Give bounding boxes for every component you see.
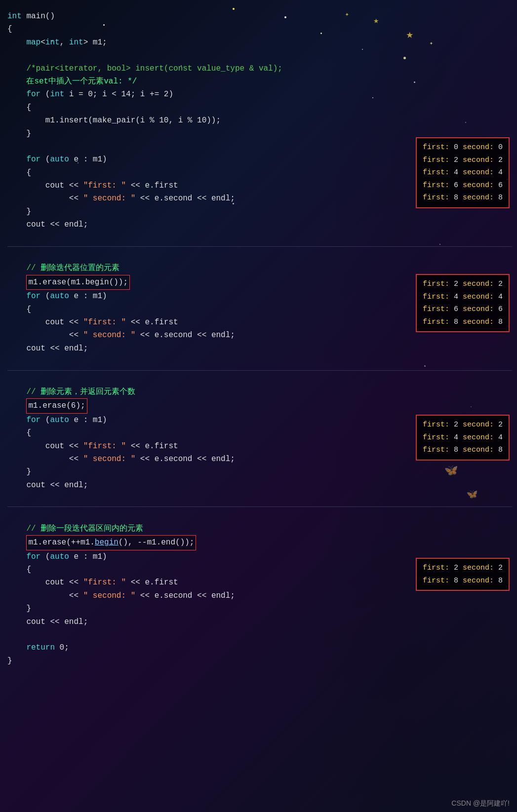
code-line-comment1: /*pair<iterator, bool> insert(const valu…: [7, 62, 512, 75]
output4-line1: first: 2 second: 2: [423, 562, 503, 575]
divider2: [7, 370, 512, 371]
code-line-empty6: [7, 628, 512, 641]
code-line-brace1: {: [7, 23, 512, 36]
output-box-4: first: 2 second: 2 first: 8 second: 8: [416, 558, 510, 591]
code-line-cout-endl4: cout << endl;: [7, 616, 512, 628]
code-line-empty4b: [7, 373, 512, 386]
output1-line2: first: 2 second: 2: [423, 154, 503, 167]
butterfly-1: 🦋: [444, 464, 458, 477]
output2-line4: first: 8 second: 8: [423, 316, 503, 329]
code-line-cout-endl1: cout << endl;: [7, 218, 512, 231]
code-line-for1: for (int i = 0; i < 14; i += 2): [7, 88, 512, 101]
code-line-for-brace1: {: [7, 101, 512, 114]
divider1: [7, 246, 512, 247]
output1-line5: first: 8 second: 8: [423, 192, 503, 204]
output1-line4: first: 6 second: 6: [423, 179, 503, 192]
code-line-cout4b: << " second: " << e.second << endl;: [7, 589, 512, 602]
watermark: CSDN @是阿建吖!: [451, 799, 510, 808]
output3-line1: first: 2 second: 2: [423, 419, 503, 431]
butterfly-2: 🦋: [467, 489, 477, 500]
output2-line2: first: 4 second: 4: [423, 291, 503, 304]
code-line-erase3: m1.erase(++m1.begin(), --m1.end());: [7, 535, 512, 550]
code-line-for-auto2-brace2: cout << endl;: [7, 342, 512, 355]
code-line-for-auto4-brace2: }: [7, 602, 512, 615]
code-line-erase2: m1.erase(6);: [7, 398, 512, 413]
code-line-cout-endl3: cout << endl;: [7, 479, 512, 492]
output4-line2: first: 8 second: 8: [423, 575, 503, 587]
divider3: [7, 506, 512, 507]
code-line-insert: m1.insert(make_pair(i % 10, i % 10));: [7, 114, 512, 127]
output3-line3: first: 8 second: 8: [423, 444, 503, 457]
output2-line1: first: 2 second: 2: [423, 278, 503, 291]
code-line-main: int main(): [7, 10, 512, 23]
code-line-comment-erase2: // 删除元素，并返回元素个数: [7, 386, 512, 398]
code-line-comment-erase1: // 删除迭代器位置的元素: [7, 262, 512, 274]
code-line-empty1: [7, 49, 512, 62]
code-line-empty5: [7, 492, 512, 504]
output2-line3: first: 6 second: 6: [423, 303, 503, 316]
output-box-3: first: 2 second: 2 first: 4 second: 4 fi…: [416, 415, 510, 461]
code-line-empty4: [7, 355, 512, 368]
code-line-empty3: [7, 232, 512, 244]
output-box-1: first: 0 second: 0 first: 2 second: 2 fi…: [416, 137, 510, 208]
code-line-return: return 0;: [7, 641, 512, 654]
code-line-for-auto3-brace2: }: [7, 465, 512, 478]
output-box-2: first: 2 second: 2 first: 4 second: 4 fi…: [416, 274, 510, 332]
code-line-map: map<int, int> m1;: [7, 36, 512, 49]
code-line-comment2: 在set中插入一个元素val: */: [7, 75, 512, 88]
code-line-final-brace: }: [7, 655, 512, 667]
code-line-empty5b: [7, 509, 512, 522]
output1-line1: first: 0 second: 0: [423, 141, 503, 154]
output1-line3: first: 4 second: 4: [423, 166, 503, 179]
code-line-empty3b: [7, 249, 512, 262]
code-line-comment-erase3: // 删除一段迭代器区间内的元素: [7, 522, 512, 535]
output3-line2: first: 4 second: 4: [423, 431, 503, 444]
